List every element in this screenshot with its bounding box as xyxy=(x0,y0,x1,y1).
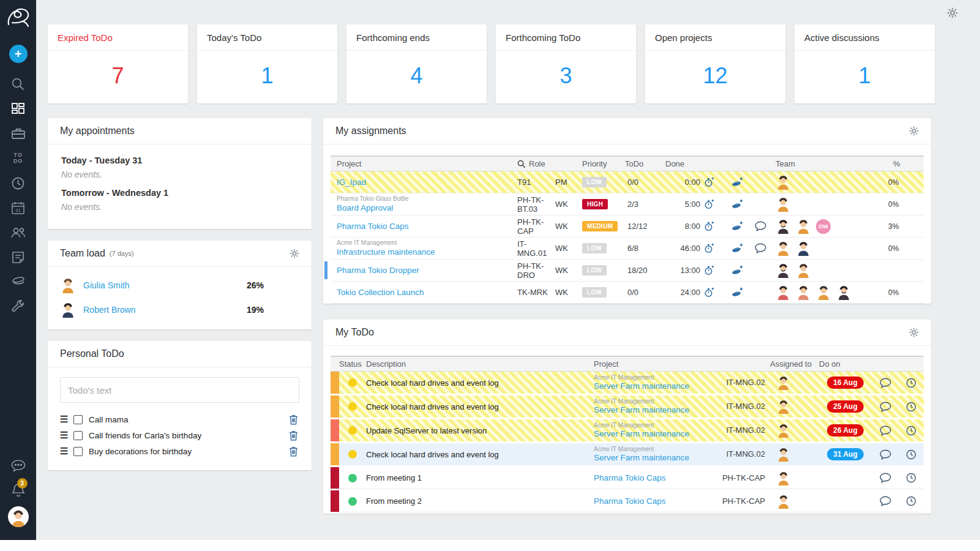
mytodo-row[interactable]: Check local hard drives and event log Ac… xyxy=(331,372,924,394)
appointment-entry: Tomorrow - Wednesday 1 No events. xyxy=(61,188,298,212)
add-worklog-button[interactable] xyxy=(724,199,749,209)
timer-plus-icon[interactable] xyxy=(704,177,714,187)
timer-plus-icon[interactable] xyxy=(704,265,714,276)
add-worklog-button[interactable] xyxy=(724,265,749,276)
discussion-button[interactable] xyxy=(872,425,899,436)
assignment-row[interactable]: Pharma Tokio Glass Bottle Board Approval… xyxy=(331,193,924,216)
panel-title: My appointments xyxy=(60,126,135,137)
add-worklog-button[interactable] xyxy=(724,243,749,253)
sidebar-item-worklog[interactable] xyxy=(0,176,36,190)
team-member-link[interactable]: Giulia Smith xyxy=(83,280,129,290)
status-dot xyxy=(348,426,357,435)
mytodo-row[interactable]: Update SqlServer to latest version Acme … xyxy=(331,419,924,441)
project-link[interactable]: Pharma Tokio Caps xyxy=(337,222,517,231)
drag-handle-icon[interactable]: ☰ xyxy=(60,446,73,457)
add-worklog-button[interactable] xyxy=(724,287,749,298)
timer-plus-icon[interactable] xyxy=(704,199,714,209)
project-link[interactable]: Infrastructure maintenance xyxy=(337,247,517,257)
gear-icon[interactable] xyxy=(909,126,919,136)
project-link[interactable]: Tokio Collection Launch xyxy=(337,288,517,298)
project-link[interactable]: Server Farm maintenance xyxy=(594,453,689,463)
team-member-link[interactable]: Robert Brown xyxy=(83,305,136,315)
stat-card[interactable]: Forthcoming ends 4 xyxy=(346,24,487,103)
delete-todo-button[interactable] xyxy=(289,414,298,425)
delete-todo-button[interactable] xyxy=(289,430,298,441)
project-link[interactable]: IG_Ipad xyxy=(337,178,517,187)
todo-checkbox[interactable] xyxy=(73,415,83,424)
project-link[interactable]: Server Farm maintenance xyxy=(594,405,689,415)
sidebar-item-search[interactable] xyxy=(0,77,36,91)
column-header-todo: ToDo xyxy=(625,159,643,168)
drag-handle-icon[interactable]: ☰ xyxy=(60,430,73,441)
timer-plus-icon[interactable] xyxy=(704,221,714,231)
clock-button[interactable] xyxy=(899,449,924,460)
project-link[interactable]: Pharma Tokio Dropper xyxy=(337,266,517,276)
clock-button[interactable] xyxy=(899,402,924,412)
sidebar-item-dashboard[interactable] xyxy=(0,102,36,116)
table-search-icon[interactable] xyxy=(517,160,526,168)
logo-icon[interactable] xyxy=(0,5,36,29)
mytodo-row[interactable]: Check local hard drives and event log Ac… xyxy=(331,395,924,418)
gear-icon[interactable] xyxy=(909,328,919,337)
sidebar-item-todo[interactable]: TODO xyxy=(0,152,36,164)
discussion-button[interactable] xyxy=(872,496,899,506)
assignment-row[interactable]: IG_Ipad T91 PM LOW 0/0 0:00 0% xyxy=(331,171,924,193)
mytodo-row[interactable]: From meeting 1 Pharma Tokio Caps PH-TK-C… xyxy=(331,467,924,489)
stat-card[interactable]: Forthcoming ToDo 3 xyxy=(496,24,636,103)
drag-handle-icon[interactable]: ☰ xyxy=(60,414,73,425)
stat-card[interactable]: Active discussions 1 xyxy=(795,24,935,103)
page-settings-gear-icon[interactable] xyxy=(947,7,958,21)
team-member-load: 19% xyxy=(247,305,264,315)
project-link[interactable]: Pharma Tokio Caps xyxy=(594,497,666,506)
mytodo-row[interactable]: Check local hard drives and event log Ac… xyxy=(331,443,924,465)
todo-checkbox[interactable] xyxy=(73,431,83,440)
sidebar-item-tools[interactable] xyxy=(0,299,36,314)
mytodo-row[interactable]: From meeting 2 Pharma Tokio Caps PH-TK-C… xyxy=(331,490,924,512)
add-button[interactable]: + xyxy=(0,45,36,63)
user-avatar[interactable] xyxy=(0,506,36,527)
sidebar-item-calendar[interactable]: 31 xyxy=(0,201,36,215)
stat-card[interactable]: Today's ToDo 1 xyxy=(197,24,337,103)
project-link[interactable]: Server Farm maintenance xyxy=(594,429,689,439)
project-link[interactable]: Board Approval xyxy=(337,203,517,213)
assignment-row[interactable]: Pharma Tokio Dropper PH-TK-DRO WK LOW 18… xyxy=(331,260,924,282)
sidebar-item-chat[interactable] xyxy=(0,459,36,473)
column-header-doon: Do on xyxy=(819,359,840,369)
clock-button[interactable] xyxy=(899,425,924,436)
discussion-button[interactable] xyxy=(872,402,899,412)
new-todo-input[interactable] xyxy=(60,377,299,403)
add-worklog-button[interactable] xyxy=(724,177,749,187)
discussion-button[interactable] xyxy=(872,378,899,388)
todo-checkbox[interactable] xyxy=(73,447,83,456)
avatar xyxy=(776,375,791,390)
timer-plus-icon[interactable] xyxy=(704,287,714,298)
assignment-row[interactable]: Pharma Tokio Caps PH-TK-CAP WK MEDIUM 12… xyxy=(331,216,924,238)
assignment-row[interactable]: Tokio Collection Launch TK-MRK WK LOW 0/… xyxy=(331,282,924,304)
delete-todo-button[interactable] xyxy=(289,446,298,457)
sidebar-item-projects[interactable] xyxy=(0,127,36,141)
project-link[interactable]: Pharma Tokio Caps xyxy=(594,473,666,483)
project-link[interactable]: Server Farm maintenance xyxy=(594,381,689,391)
stat-cards-row: Expired ToDo 7 Today's ToDo 1 Forthcomin… xyxy=(48,24,935,103)
sidebar-item-notes[interactable] xyxy=(0,250,36,264)
column-header-done: Done xyxy=(665,159,684,168)
add-worklog-button[interactable] xyxy=(724,221,749,231)
timer-plus-icon[interactable] xyxy=(704,243,714,253)
gear-icon[interactable] xyxy=(290,249,299,258)
stat-card[interactable]: Expired ToDo 7 xyxy=(48,24,188,103)
clock-button[interactable] xyxy=(899,378,924,388)
clock-button[interactable] xyxy=(899,473,924,483)
sidebar-item-team[interactable] xyxy=(0,226,36,239)
discussion-button[interactable] xyxy=(755,243,766,253)
assigned-avatar xyxy=(770,399,819,414)
discussion-button[interactable] xyxy=(872,449,899,460)
discussion-button[interactable] xyxy=(872,473,899,483)
status-dot xyxy=(348,497,357,506)
clock-button[interactable] xyxy=(899,496,924,506)
sidebar-item-expenses[interactable] xyxy=(0,275,36,288)
parent-project-label: Acme IT Management xyxy=(594,374,689,381)
discussion-button[interactable] xyxy=(755,221,766,231)
stat-card[interactable]: Open projects 12 xyxy=(645,24,785,103)
assignment-row[interactable]: Acme IT Management Infrastructure mainte… xyxy=(331,238,924,260)
sidebar-item-notifications[interactable]: 3 xyxy=(0,482,36,498)
